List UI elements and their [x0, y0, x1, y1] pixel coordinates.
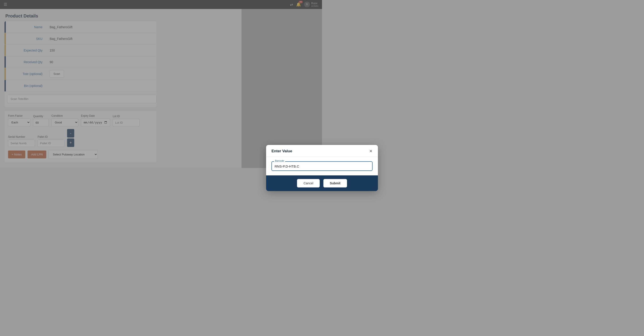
barcode-input-group: Barcode [272, 161, 322, 168]
modal-title: Enter Value [272, 149, 292, 153]
barcode-input[interactable] [274, 163, 322, 168]
modal-body: Barcode [266, 157, 322, 168]
barcode-label: Barcode [274, 159, 285, 162]
modal-overlay [0, 0, 322, 168]
modal-header: Enter Value ✕ [266, 145, 322, 157]
enter-value-modal: Enter Value ✕ Barcode Cancel Submit [266, 145, 322, 168]
